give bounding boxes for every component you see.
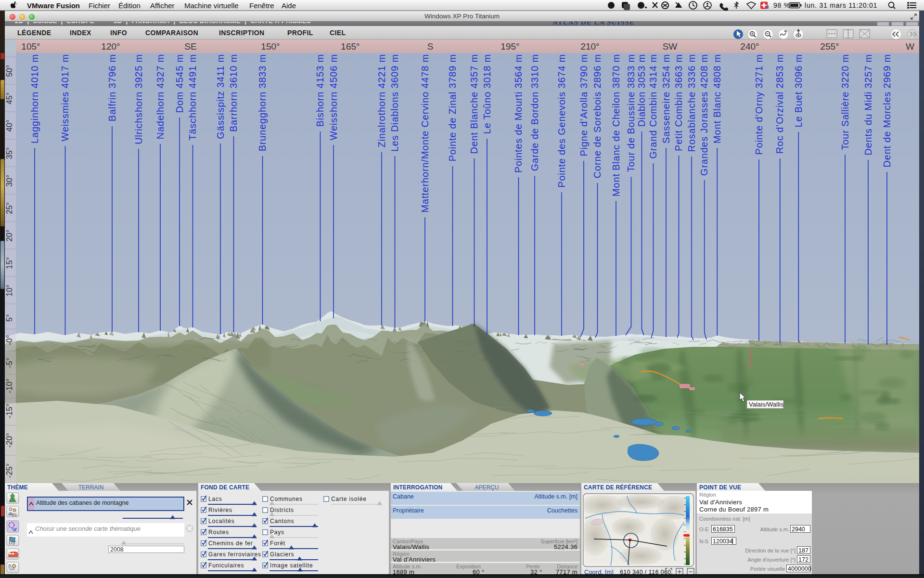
svg-text:Funiculaires: Funiculaires	[208, 562, 244, 569]
svg-text:Tour Sallière 3220 m: Tour Sallière 3220 m	[840, 54, 850, 150]
svg-text:Mont Blanc de Cheilon 3870 m: Mont Blanc de Cheilon 3870 m	[611, 54, 621, 197]
svg-text:5°: 5°	[5, 314, 13, 322]
svg-text:50°: 50°	[5, 65, 13, 77]
svg-text:Weisshorn 4506 m: Weisshorn 4506 m	[328, 54, 339, 140]
svg-text:Pointe des Genevois 3674 m: Pointe des Genevois 3674 m	[556, 54, 567, 188]
svg-text:Image satellite: Image satellite	[270, 562, 313, 569]
svg-text:45°: 45°	[5, 92, 13, 105]
svg-text:Petit Combin 3663 m: Petit Combin 3663 m	[673, 54, 684, 151]
svg-text:Communes: Communes	[270, 496, 303, 502]
svg-text:Tour de Boussine 3833 m: Tour de Boussine 3833 m	[626, 54, 636, 172]
svg-text:Cantons: Cantons	[270, 518, 294, 525]
svg-text:Rivières: Rivières	[208, 507, 232, 513]
svg-text:-5°: -5°	[5, 357, 13, 368]
svg-text:Valais/Wallis: Valais/Wallis	[749, 401, 784, 408]
svg-text:Le Buet 3096 m: Le Buet 3096 m	[793, 54, 804, 127]
svg-text:Grandes Jorasses 4208 m: Grandes Jorasses 4208 m	[699, 54, 709, 176]
svg-text:-20°: -20°	[5, 433, 13, 447]
svg-text:Sasseneire 3254 m: Sasseneire 3254 m	[661, 54, 671, 144]
svg-text:-10°: -10°	[5, 379, 13, 393]
svg-text:25°: 25°	[5, 202, 13, 214]
svg-text:Localités: Localités	[208, 518, 235, 525]
svg-text:Chemins de fer: Chemins de fer	[208, 540, 253, 547]
svg-text:Pigne d’Arolla 3790 m: Pigne d’Arolla 3790 m	[578, 54, 589, 156]
svg-text:Balfrin 3796 m: Balfrin 3796 m	[107, 54, 117, 121]
svg-text:Districts: Districts	[270, 507, 294, 513]
svg-text:Pointe d’Orny 3271 m: Pointe d’Orny 3271 m	[754, 54, 764, 155]
svg-text:Dom 4545 m: Dom 4545 m	[174, 54, 185, 113]
svg-text:Garde de Bordon 3310 m: Garde de Bordon 3310 m	[529, 54, 540, 171]
svg-text:-0°: -0°	[5, 335, 13, 345]
svg-text:Grand Combin 4314 m: Grand Combin 4314 m	[648, 54, 658, 159]
svg-text:Zinalrothorn 4221 m: Zinalrothorn 4221 m	[376, 54, 387, 147]
svg-text:Mont Blanc 4808 m: Mont Blanc 4808 m	[712, 54, 722, 144]
svg-text:Routes: Routes	[208, 529, 229, 536]
svg-text:Pays: Pays	[270, 529, 284, 536]
svg-text:Corne de Sorebois 2896 m: Corne de Sorebois 2896 m	[592, 54, 603, 178]
svg-text:Diablon 3053 m: Diablon 3053 m	[636, 54, 647, 127]
svg-text:Ulrichshorn 3925 m: Ulrichshorn 3925 m	[133, 54, 144, 144]
svg-text:Barrhorn 3610 m: Barrhorn 3610 m	[228, 54, 239, 132]
svg-text:Gares ferroviaires: Gares ferroviaires	[208, 551, 261, 558]
svg-text:Brunegghorn 3833 m: Brunegghorn 3833 m	[257, 54, 268, 151]
svg-text:Dents du Midi 3257 m: Dents du Midi 3257 m	[863, 54, 873, 156]
svg-text:Le Toûno 3018 m: Le Toûno 3018 m	[482, 54, 492, 134]
svg-text:Matterhorn/Monte Cervino 4478: Matterhorn/Monte Cervino 4478 m	[420, 54, 430, 212]
svg-text:40°: 40°	[5, 120, 13, 132]
svg-text:Forêt: Forêt	[270, 540, 285, 547]
svg-text:Carte isolée: Carte isolée	[331, 496, 367, 502]
svg-text:-25°: -25°	[5, 463, 13, 478]
svg-text:Pointe de Zinal 3789 m: Pointe de Zinal 3789 m	[447, 54, 458, 161]
svg-text:Roc d’Orzival 2853 m: Roc d’Orzival 2853 m	[774, 54, 785, 154]
svg-text:Lacs: Lacs	[208, 496, 222, 502]
svg-text:Bishorn 4153 m: Bishorn 4153 m	[315, 54, 325, 127]
svg-text:98 %: 98 %	[773, 1, 790, 9]
svg-text:Dent de Morcles 2969 m: Dent de Morcles 2969 m	[882, 54, 892, 167]
svg-text:Nadelhorn 4327 m: Nadelhorn 4327 m	[155, 54, 166, 139]
svg-text:30°: 30°	[5, 175, 13, 187]
svg-text:35°: 35°	[5, 147, 13, 159]
svg-text:Pointes de Mourti 3564 m: Pointes de Mourti 3564 m	[513, 54, 524, 173]
svg-text:-15°: -15°	[5, 404, 13, 418]
svg-text:Täschhorn 4491 m: Täschhorn 4491 m	[187, 54, 198, 141]
svg-text:Glaciers: Glaciers	[270, 551, 294, 558]
svg-text:lun. 31 mars 11:20:01: lun. 31 mars 11:20:01	[805, 1, 877, 9]
svg-text:Lagginhorn 4010 m: Lagginhorn 4010 m	[29, 54, 40, 144]
svg-text:Les Diablons 3609 m: Les Diablons 3609 m	[389, 54, 400, 152]
svg-text:Gässispitz 3411 m: Gässispitz 3411 m	[215, 54, 226, 139]
svg-text:Rosablanche 3336 m: Rosablanche 3336 m	[686, 54, 697, 152]
svg-text:10°: 10°	[5, 285, 13, 297]
svg-text:15°: 15°	[5, 257, 13, 269]
svg-text:20°: 20°	[5, 230, 13, 242]
svg-text:Weissmies 4017 m: Weissmies 4017 m	[60, 54, 70, 141]
svg-text:Dent Blanche 4357 m: Dent Blanche 4357 m	[469, 54, 479, 154]
